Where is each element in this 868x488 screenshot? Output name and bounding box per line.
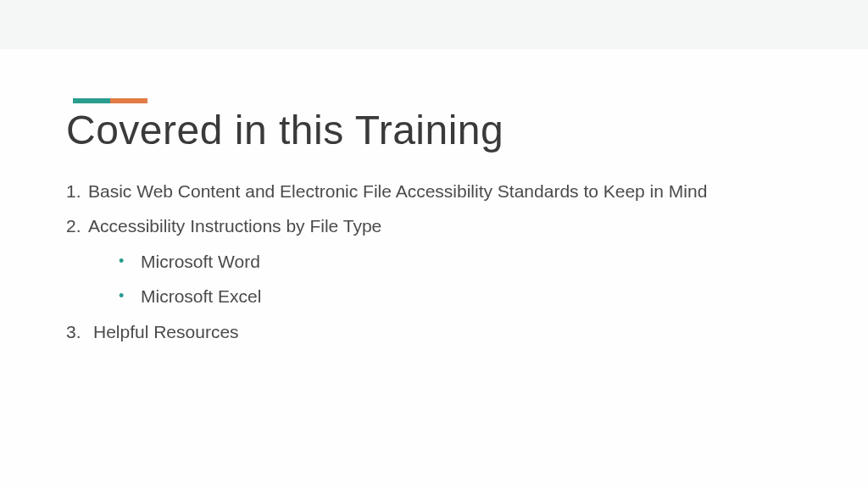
list-item-2: 2. Accessibility Instructions by File Ty…: [66, 214, 868, 238]
accent-divider: [73, 49, 868, 103]
sub-list-item: • Microsoft Excel: [119, 284, 868, 308]
slide-content: Covered in this Training 1. Basic Web Co…: [0, 49, 868, 488]
sub-item-text: Microsoft Excel: [141, 284, 261, 308]
outline-list: 1. Basic Web Content and Electronic File…: [66, 179, 868, 344]
accent-teal-segment: [73, 98, 110, 103]
sub-list: • Microsoft Word • Microsoft Excel: [119, 249, 868, 309]
bullet-icon: •: [119, 251, 129, 272]
item-text: Basic Web Content and Electronic File Ac…: [88, 179, 868, 203]
slide-title: Covered in this Training: [66, 107, 868, 153]
bullet-icon: •: [119, 286, 129, 307]
list-item-3: 3. Helpful Resources: [66, 319, 868, 344]
list-item-1: 1. Basic Web Content and Electronic File…: [66, 179, 868, 203]
sub-list-item: • Microsoft Word: [119, 249, 868, 274]
accent-orange-segment: [110, 98, 147, 103]
sub-item-text: Microsoft Word: [141, 249, 260, 274]
item-number: 1.: [66, 179, 88, 203]
item-text: Helpful Resources: [93, 319, 868, 344]
header-bar: [0, 0, 868, 49]
item-number: 2.: [66, 214, 88, 238]
item-number: 3.: [66, 319, 88, 344]
item-text: Accessibility Instructions by File Type: [88, 214, 868, 238]
